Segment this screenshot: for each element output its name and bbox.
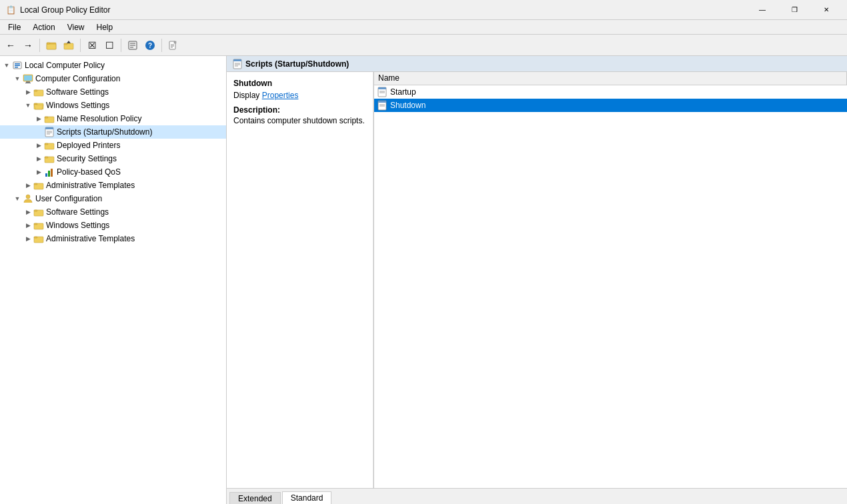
- list-label-startup: Startup: [390, 87, 416, 97]
- back-button[interactable]: ←: [3, 37, 19, 53]
- tree-item-admin-templates-cc[interactable]: ▶ Administrative Templates: [0, 179, 226, 192]
- expand-icon-cc: ▼: [12, 73, 23, 84]
- description-title: Description:: [233, 105, 366, 115]
- tree-item-security-settings-cc[interactable]: ▶ Security Settings: [0, 152, 226, 165]
- folder-button[interactable]: [43, 37, 59, 53]
- main-area: ▼ Local Computer Policy ▼: [0, 56, 847, 504]
- expand-icon-ss-cc: ▶: [23, 87, 33, 97]
- folder-up-button[interactable]: [61, 37, 77, 53]
- svg-rect-38: [45, 143, 48, 145]
- map-button[interactable]: ☒: [84, 37, 100, 53]
- expand-icon-at-uc: ▶: [23, 233, 33, 244]
- tree-item-computer-config[interactable]: ▼ Computer Configuration: [0, 72, 226, 85]
- menu-view[interactable]: View: [62, 21, 90, 33]
- svg-rect-48: [34, 210, 37, 211]
- shutdown-icon: [377, 100, 387, 111]
- tab-extended[interactable]: Extended: [229, 492, 281, 504]
- title-bar: 📋 Local Group Policy Editor — ❒ ✕: [0, 0, 847, 20]
- svg-rect-45: [34, 183, 37, 185]
- menu-bar: File Action View Help: [0, 20, 847, 35]
- svg-rect-59: [378, 87, 386, 89]
- tree-item-policy-qos[interactable]: ▶ Policy-based QoS: [0, 165, 226, 179]
- folder-icon-ss-uc: [33, 207, 44, 217]
- tree-label-scripts: Scripts (Startup/Shutdown): [57, 127, 152, 137]
- chart-icon-qos: [44, 167, 55, 177]
- menu-help[interactable]: Help: [91, 21, 119, 33]
- tree-label-ws-uc: Windows Settings: [46, 221, 109, 230]
- computer-icon: [23, 73, 33, 84]
- tree-item-user-config[interactable]: ▼ User Configuration: [0, 192, 226, 205]
- tree-label-at-uc: Administrative Templates: [46, 234, 135, 243]
- col-header-name: Name: [374, 72, 847, 85]
- tree-item-windows-settings-uc[interactable]: ▶ Windows Settings: [0, 219, 226, 232]
- folder-open-icon-ws-cc: [33, 100, 44, 111]
- expand-icon-ws-cc: ▼: [23, 100, 33, 111]
- properties-button[interactable]: [125, 37, 141, 53]
- menu-file[interactable]: File: [3, 21, 26, 33]
- svg-rect-42: [48, 171, 50, 177]
- user-icon: [23, 193, 33, 204]
- svg-rect-50: [34, 223, 37, 225]
- minimize-button[interactable]: —: [747, 0, 778, 20]
- tab-icon: [232, 59, 243, 69]
- tree-item-root[interactable]: ▼ Local Computer Policy: [0, 59, 226, 72]
- app-icon: 📋: [5, 5, 16, 15]
- svg-rect-26: [34, 90, 37, 91]
- svg-rect-20: [15, 67, 18, 68]
- list-header: Name: [374, 72, 847, 85]
- tree-label-ss-cc: Software Settings: [46, 87, 109, 97]
- tree-item-windows-settings-cc[interactable]: ▼ Windows Settings: [0, 99, 226, 112]
- list-item-shutdown[interactable]: Shutdown: [374, 99, 847, 112]
- right-content: Name Startup: [374, 72, 847, 488]
- tab-title: Scripts (Startup/Shutdown): [245, 59, 349, 69]
- svg-rect-41: [45, 173, 47, 177]
- expand-button[interactable]: ☐: [101, 37, 117, 53]
- properties-link[interactable]: Properties: [262, 91, 299, 100]
- folder-icon-at-uc: [33, 233, 44, 244]
- expand-icon-nr: ▶: [33, 113, 44, 124]
- tree-item-admin-templates-uc[interactable]: ▶ Administrative Templates: [0, 232, 226, 245]
- expand-icon-dp: ▶: [33, 140, 44, 151]
- scripts-icon: [44, 127, 55, 137]
- tree-item-name-resolution[interactable]: ▶ Name Resolution Policy: [0, 112, 226, 125]
- svg-rect-43: [51, 169, 53, 177]
- folder-icon-ws-uc: [33, 220, 44, 231]
- svg-rect-19: [15, 65, 20, 67]
- startup-icon: [377, 87, 387, 97]
- folder-icon-ss-cc: [33, 87, 44, 97]
- tree-label-cc: Computer Configuration: [35, 74, 120, 83]
- tree-label-dp: Deployed Printers: [57, 141, 120, 150]
- tree-item-scripts[interactable]: ▶ Scripts (Startup/Shutdown): [0, 125, 226, 139]
- tree-item-software-settings-uc[interactable]: ▶ Software Settings: [0, 205, 226, 219]
- tab-header: Scripts (Startup/Shutdown): [227, 56, 847, 72]
- restore-button[interactable]: ❒: [779, 0, 810, 20]
- tree-label-nr: Name Resolution Policy: [57, 114, 141, 123]
- tree-label-sec-cc: Security Settings: [57, 154, 117, 163]
- tab-standard[interactable]: Standard: [282, 491, 332, 504]
- tree-item-software-settings-cc[interactable]: ▶ Software Settings: [0, 85, 226, 99]
- forward-button[interactable]: →: [20, 37, 36, 53]
- list-item-startup[interactable]: Startup: [374, 85, 847, 99]
- tree-label-ws-cc: Windows Settings: [46, 101, 109, 110]
- tree-label-at-cc: Administrative Templates: [46, 181, 135, 190]
- list-label-shutdown: Shutdown: [390, 101, 426, 110]
- close-button[interactable]: ✕: [811, 0, 842, 20]
- help-button[interactable]: ?: [142, 37, 158, 53]
- svg-rect-13: [174, 41, 176, 43]
- svg-rect-2: [47, 43, 50, 44]
- description-text: Contains computer shutdown scripts.: [233, 116, 366, 125]
- tree-item-deployed-printers[interactable]: ▶ Deployed Printers: [0, 139, 226, 152]
- display-line: Display Properties: [233, 91, 366, 100]
- svg-rect-23: [26, 81, 30, 83]
- export-button[interactable]: [165, 37, 181, 53]
- svg-point-46: [26, 195, 30, 199]
- svg-rect-28: [34, 103, 37, 105]
- expand-icon-root: ▼: [1, 60, 12, 71]
- tree-label-uc: User Configuration: [35, 194, 102, 203]
- window-title: Local Group Policy Editor: [20, 5, 110, 15]
- root-icon: [12, 60, 23, 71]
- display-label: Display: [233, 91, 259, 100]
- svg-rect-63: [378, 101, 386, 103]
- toolbar-separator-1: [39, 39, 40, 52]
- menu-action[interactable]: Action: [27, 21, 60, 33]
